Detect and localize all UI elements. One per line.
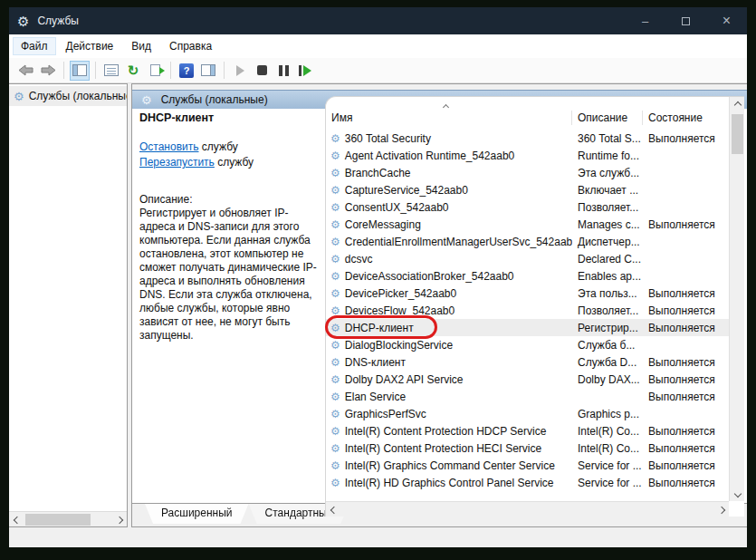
export-list-icon[interactable] — [145, 61, 165, 81]
service-gear-icon: ⚙ — [330, 150, 340, 161]
service-name: ConsentUX_542aab0 — [345, 201, 449, 214]
service-gear-icon: ⚙ — [330, 426, 340, 437]
table-row[interactable]: ⚙DeviceAssociationBroker_542aab0Enables … — [326, 267, 729, 285]
service-name: Dolby DAX2 API Service — [345, 373, 464, 386]
table-row[interactable]: ⚙DevicePicker_542aab0Эта польз...Выполня… — [326, 285, 729, 302]
service-name: dcsvc — [345, 253, 373, 266]
table-row[interactable]: ⚙Dolby DAX2 API ServiceDolby DAX...Выпол… — [326, 371, 729, 388]
tab-extended[interactable]: Расширенный — [145, 504, 249, 524]
close-button[interactable]: × — [706, 7, 747, 34]
service-name: DeviceAssociationBroker_542aab0 — [345, 270, 514, 283]
forward-icon[interactable] — [38, 61, 58, 81]
tree-horizontal-scrollbar[interactable] — [9, 511, 127, 526]
pause-service-icon[interactable] — [273, 61, 293, 81]
services-app-icon: ⚙ — [17, 14, 29, 28]
title-bar: ⚙ Службы – × — [9, 7, 747, 34]
show-action-pane-icon[interactable] — [198, 61, 218, 81]
service-description: Эта служб... — [572, 167, 643, 179]
help-icon[interactable]: ? — [177, 61, 196, 81]
table-row[interactable]: ⚙Intel(R) HD Graphics Control Panel Serv… — [326, 474, 729, 491]
maximize-button[interactable] — [665, 7, 706, 34]
service-detail-pane: DHCP-клиент Остановить службу Перезапуст… — [139, 111, 322, 343]
restart-service-link[interactable]: Перезапустить — [139, 156, 215, 169]
service-status: Выполняется — [643, 304, 726, 317]
service-gear-icon: ⚙ — [330, 478, 340, 488]
console-tree-panel: ⚙ Службы (локальные) — [9, 83, 128, 527]
table-row[interactable]: ⚙DHCP-клиентРегистрир...Выполняется — [326, 319, 729, 336]
service-name: 360 Total Security — [345, 132, 431, 145]
list-horizontal-scrollbar[interactable] — [326, 501, 729, 517]
table-row[interactable]: ⚙Intel(R) Content Protection HDCP Servic… — [326, 422, 729, 439]
service-name: CredentialEnrollmentManagerUserSvc_542aa… — [345, 236, 572, 248]
stop-service-link[interactable]: Остановить — [139, 140, 199, 153]
table-row[interactable]: ⚙CredentialEnrollmentManagerUserSvc_542a… — [326, 233, 729, 250]
service-description: Dolby DAX... — [572, 373, 643, 386]
service-gear-icon: ⚙ — [330, 237, 340, 247]
scroll-down-icon[interactable] — [730, 486, 745, 501]
toolbar-separator — [224, 62, 225, 79]
window-title: Службы — [37, 14, 78, 27]
selected-service-name: DHCP-клиент — [139, 111, 322, 124]
back-icon[interactable] — [16, 61, 36, 81]
properties-icon[interactable] — [101, 61, 121, 81]
table-row[interactable]: ⚙CoreMessagingManages c...Выполняется — [326, 216, 729, 233]
show-console-tree-icon[interactable] — [70, 61, 90, 81]
table-row[interactable]: ⚙Elan ServiceВыполняется — [326, 388, 729, 405]
menu-help[interactable]: Справка — [161, 37, 220, 55]
list-vertical-scrollbar[interactable] — [729, 97, 744, 501]
menu-file[interactable]: Файл — [13, 37, 56, 55]
start-service-icon[interactable] — [230, 61, 250, 81]
table-row[interactable]: ⚙DialogBlockingServiceСлужба б... — [326, 336, 729, 353]
table-row[interactable]: ⚙Intel(R) Content Protection HECI Servic… — [326, 439, 729, 457]
service-name: CaptureService_542aab0 — [345, 184, 468, 197]
service-gear-icon: ⚙ — [330, 305, 340, 316]
table-row[interactable]: ⚙BranchCacheЭта служб... — [326, 164, 729, 181]
services-window: ⚙ Службы – × Файл Действие Вид Справка ↻ — [9, 7, 747, 547]
description-label: Описание: — [139, 193, 322, 207]
minimize-button[interactable]: – — [625, 7, 665, 34]
service-description: Runtime fo... — [572, 150, 643, 162]
restart-service-icon[interactable] — [295, 61, 315, 81]
menu-action[interactable]: Действие — [58, 37, 122, 55]
column-header-description[interactable]: Описание — [572, 111, 643, 125]
scroll-right-icon[interactable] — [111, 512, 127, 527]
services-main-panel: ⚙ Службы (локальные) DHCP-клиент Останов… — [131, 83, 747, 527]
service-description: Service for ... — [572, 477, 643, 489]
list-column-headers: Имя Описание Состояние — [326, 108, 729, 128]
column-header-status[interactable]: Состояние — [643, 111, 726, 125]
service-gear-icon: ⚙ — [330, 391, 340, 402]
scrollbar-thumb[interactable] — [25, 514, 91, 526]
tree-item-label: Службы (локальные) — [29, 90, 127, 102]
service-name: DialogBlockingService — [345, 339, 453, 352]
table-row[interactable]: ⚙360 Total Security360 Total S...Выполня… — [326, 130, 729, 147]
column-header-name[interactable]: Имя — [326, 111, 572, 125]
menu-view[interactable]: Вид — [123, 37, 159, 55]
refresh-icon[interactable]: ↻ — [123, 61, 143, 81]
service-gear-icon: ⚙ — [330, 443, 340, 454]
scroll-left-icon[interactable] — [326, 502, 341, 517]
service-gear-icon: ⚙ — [330, 288, 340, 299]
table-row[interactable]: ⚙ConsentUX_542aab0Позволяет... — [326, 198, 729, 216]
tree-item-services-local[interactable]: ⚙ Службы (локальные) — [9, 86, 127, 106]
scroll-left-icon[interactable] — [9, 512, 24, 527]
service-gear-icon: ⚙ — [330, 374, 340, 385]
service-gear-icon: ⚙ — [330, 168, 340, 179]
scrollbar-thumb[interactable] — [732, 114, 743, 154]
scroll-up-icon[interactable] — [730, 97, 745, 112]
table-row[interactable]: ⚙DevicesFlow_542aab0Позволяет...Выполняе… — [326, 302, 729, 319]
table-row[interactable]: ⚙dcsvcDeclared C... — [326, 250, 729, 267]
table-row[interactable]: ⚙GraphicsPerfSvcGraphics p... — [326, 405, 729, 422]
table-row[interactable]: ⚙Agent Activation Runtime_542aab0Runtime… — [326, 147, 729, 164]
scroll-right-icon[interactable] — [713, 502, 729, 517]
toolbar: ↻ ? — [9, 58, 747, 83]
service-description: Позволяет... — [572, 304, 643, 317]
table-row[interactable]: ⚙DNS-клиентСлужба D...Выполняется — [326, 353, 729, 371]
stop-service-icon[interactable] — [252, 61, 272, 81]
toolbar-separator — [95, 62, 96, 79]
table-row[interactable]: ⚙CaptureService_542aab0Включает ... — [326, 181, 729, 198]
service-status: Выполняется — [643, 132, 726, 145]
service-gear-icon: ⚙ — [330, 340, 340, 351]
table-row[interactable]: ⚙Intel(R) Graphics Command Center Servic… — [326, 457, 729, 474]
service-status: Выполняется — [643, 477, 726, 489]
service-gear-icon: ⚙ — [330, 357, 340, 368]
